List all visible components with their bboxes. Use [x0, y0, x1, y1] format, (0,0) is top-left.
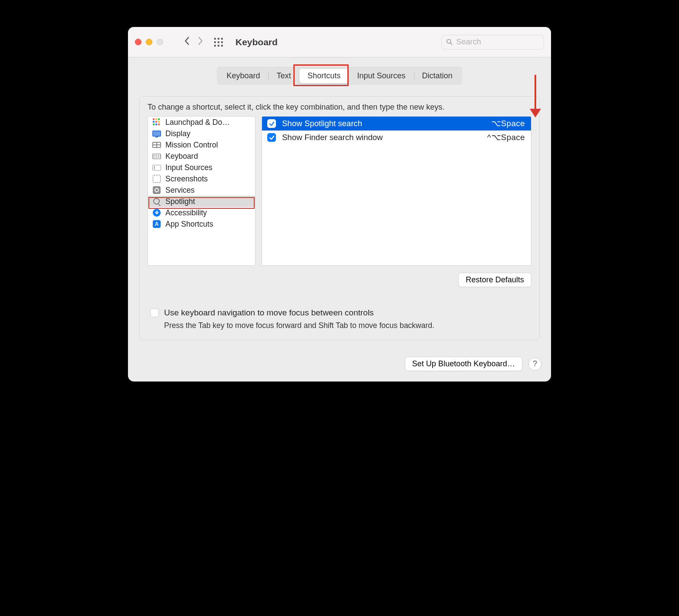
- svg-line-10: [450, 43, 452, 45]
- category-launchpad-do-[interactable]: Launchpad & Do…: [148, 117, 255, 128]
- accessibility-icon: ❖: [152, 208, 161, 217]
- category-keyboard[interactable]: Keyboard: [148, 151, 255, 162]
- svg-rect-0: [214, 38, 216, 40]
- keyboard-navigation-label: Use keyboard navigation to move focus be…: [164, 308, 374, 318]
- back-button[interactable]: [181, 35, 194, 49]
- category-spotlight[interactable]: Spotlight: [148, 196, 255, 207]
- shortcut-keys[interactable]: ^⌥Space: [487, 133, 525, 142]
- category-app-shortcuts[interactable]: AApp Shortcuts: [148, 218, 255, 230]
- chevron-right-icon: [197, 36, 204, 46]
- minimize-window-button[interactable]: [146, 39, 152, 45]
- help-button[interactable]: ?: [528, 358, 541, 371]
- page-title: Keyboard: [235, 37, 278, 47]
- svg-rect-3: [214, 41, 216, 43]
- category-label: Services: [165, 186, 195, 195]
- gear-icon: [152, 186, 161, 194]
- mission-control-icon: [152, 141, 161, 149]
- tab-text[interactable]: Text: [268, 68, 299, 84]
- category-label: Accessibility: [165, 208, 207, 218]
- forward-button[interactable]: [194, 35, 207, 49]
- tab-keyboard[interactable]: Keyboard: [218, 68, 268, 84]
- tab-input-sources[interactable]: Input Sources: [349, 68, 414, 84]
- svg-rect-2: [221, 38, 223, 40]
- chevron-left-icon: [184, 36, 191, 46]
- category-mission-control[interactable]: Mission Control: [148, 139, 255, 151]
- search-field[interactable]: [441, 35, 544, 50]
- svg-rect-6: [214, 45, 216, 47]
- titlebar: Keyboard: [128, 27, 551, 57]
- category-input-sources[interactable]: Input Sources: [148, 162, 255, 173]
- category-label: App Shortcuts: [165, 220, 213, 229]
- category-services[interactable]: Services: [148, 184, 255, 196]
- keyboard-navigation-checkbox[interactable]: [150, 308, 159, 317]
- tab-bar: KeyboardTextShortcutsInput SourcesDictat…: [139, 67, 540, 85]
- keyboard-navigation-section: Use keyboard navigation to move focus be…: [148, 308, 531, 330]
- keyboard-icon: [152, 152, 161, 161]
- close-window-button[interactable]: [135, 39, 141, 45]
- app-icon: A: [152, 220, 161, 228]
- tab-shortcuts[interactable]: Shortcuts: [299, 68, 349, 84]
- screenshots-icon: [152, 174, 161, 183]
- svg-rect-7: [218, 45, 219, 47]
- category-label: Spotlight: [165, 197, 195, 206]
- grid-icon: [214, 37, 223, 47]
- shortcut-row[interactable]: Show Spotlight search⌥Space: [262, 117, 531, 131]
- category-label: Launchpad & Do…: [165, 118, 230, 127]
- setup-bluetooth-keyboard-button[interactable]: Set Up Bluetooth Keyboard…: [405, 357, 522, 371]
- shortcut-checkbox[interactable]: [267, 119, 276, 128]
- magnifier-icon: [152, 197, 161, 206]
- traffic-lights: [135, 39, 163, 45]
- svg-rect-5: [221, 41, 223, 43]
- zoom-window-button[interactable]: [157, 39, 163, 45]
- shortcut-label: Show Finder search window: [282, 133, 383, 142]
- svg-point-9: [447, 39, 451, 43]
- display-icon: [152, 129, 161, 138]
- shortcut-row[interactable]: Show Finder search window^⌥Space: [262, 131, 531, 144]
- svg-rect-4: [218, 41, 219, 43]
- keyboard-navigation-desc: Press the Tab key to move focus forward …: [164, 321, 531, 330]
- footer: Set Up Bluetooth Keyboard… ?: [128, 352, 551, 382]
- search-input[interactable]: [456, 37, 539, 47]
- shortcut-keys[interactable]: ⌥Space: [491, 119, 525, 128]
- svg-rect-1: [218, 38, 219, 40]
- category-label: Display: [165, 129, 190, 138]
- show-all-prefs-button[interactable]: [214, 37, 227, 47]
- restore-defaults-button[interactable]: Restore Defaults: [458, 273, 531, 287]
- preferences-window: Keyboard KeyboardTextShortcutsInput Sour…: [128, 27, 551, 382]
- tab-dictation[interactable]: Dictation: [414, 68, 461, 84]
- content-area: KeyboardTextShortcutsInput SourcesDictat…: [128, 57, 551, 352]
- shortcuts-panel: To change a shortcut, select it, click t…: [139, 96, 540, 340]
- search-icon: [446, 38, 453, 46]
- category-list[interactable]: Launchpad & Do…DisplayMission ControlKey…: [148, 116, 255, 266]
- category-label: Screenshots: [165, 174, 208, 184]
- instruction-text: To change a shortcut, select it, click t…: [148, 103, 531, 112]
- category-label: Input Sources: [165, 163, 212, 172]
- shortcut-list[interactable]: Show Spotlight search⌥SpaceShow Finder s…: [262, 116, 531, 266]
- shortcut-checkbox[interactable]: [267, 133, 276, 142]
- input-sources-icon: [152, 163, 161, 172]
- svg-rect-8: [221, 45, 223, 47]
- launchpad-icon: [152, 118, 161, 127]
- category-label: Keyboard: [165, 152, 198, 161]
- category-display[interactable]: Display: [148, 128, 255, 139]
- category-label: Mission Control: [165, 141, 218, 150]
- category-accessibility[interactable]: ❖Accessibility: [148, 207, 255, 218]
- category-screenshots[interactable]: Screenshots: [148, 173, 255, 184]
- shortcut-label: Show Spotlight search: [282, 119, 362, 128]
